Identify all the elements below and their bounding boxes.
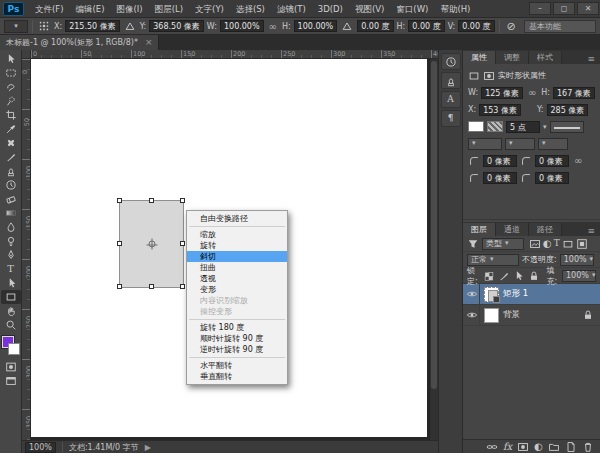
x-input[interactable]: 215.50 像素 — [65, 20, 120, 32]
panel-menu-button[interactable]: ≡ — [582, 54, 600, 64]
filter-type-icon[interactable] — [467, 238, 479, 250]
close-button[interactable]: ✕ — [577, 2, 599, 15]
character-panel-button[interactable]: A — [441, 91, 461, 108]
transform-reference-point[interactable] — [146, 239, 157, 250]
fill-input[interactable]: 100%▾ — [562, 270, 596, 282]
stroke-corner-select[interactable]: ▾ — [538, 138, 568, 150]
lasso-tool[interactable] — [1, 80, 21, 94]
menu-6[interactable]: 选择(S) — [230, 0, 271, 18]
shape-y-input[interactable]: 285 像素 — [547, 104, 589, 116]
tool-preset-picker[interactable]: ▾ — [4, 20, 28, 33]
lock-pixels-button[interactable] — [498, 270, 510, 282]
corner-radius-input-2[interactable]: 0 像素 — [535, 155, 569, 167]
eraser-tool[interactable] — [1, 192, 21, 206]
layer-row[interactable]: 矩形 1 — [463, 284, 600, 305]
blur-tool[interactable] — [1, 220, 21, 234]
brush-tool[interactable] — [1, 150, 21, 164]
stroke-cap-select[interactable]: ▾ — [505, 138, 535, 150]
screen-mode-button[interactable] — [1, 374, 21, 388]
h-skew-input[interactable]: 0.00 度 — [408, 20, 444, 32]
pen-tool[interactable] — [1, 248, 21, 262]
new-group-button[interactable] — [548, 441, 560, 453]
transform-bounding-box[interactable] — [119, 200, 184, 288]
workspace-switcher[interactable]: 基本功能 — [524, 20, 596, 33]
crop-tool[interactable] — [1, 108, 21, 122]
history-brush-tool[interactable] — [1, 178, 21, 192]
context-menu-item-14[interactable]: 逆时针旋转 90 度 — [187, 344, 287, 355]
context-menu-item-8[interactable]: 变形 — [187, 284, 287, 295]
transform-handle-3[interactable] — [180, 198, 185, 203]
menu-11[interactable]: 帮助(H) — [434, 0, 476, 18]
add-mask-button[interactable] — [517, 441, 529, 453]
menu-8[interactable]: 3D(D) — [312, 0, 349, 18]
transform-handle-6[interactable] — [117, 284, 122, 289]
menu-2[interactable]: 编辑(E) — [70, 0, 111, 18]
reference-point-locator-icon[interactable] — [37, 19, 51, 33]
history-panel-button[interactable] — [441, 53, 461, 70]
context-menu-item-7[interactable]: 透视 — [187, 273, 287, 284]
shape-width-input[interactable]: 125 像素 — [481, 87, 523, 99]
menu-10[interactable]: 窗口(W) — [390, 0, 434, 18]
stroke-type-picker[interactable] — [550, 121, 584, 133]
lock-all-button[interactable] — [528, 270, 540, 282]
hand-tool[interactable] — [1, 304, 21, 318]
shape-height-input[interactable]: 167 像素 — [553, 87, 595, 99]
context-menu-item-5[interactable]: 斜切 — [187, 251, 287, 262]
transform-handle-7[interactable] — [149, 284, 154, 289]
spot-heal-tool[interactable] — [1, 136, 21, 150]
context-menu-item-1[interactable]: 自由变换路径 — [187, 213, 287, 224]
link-dimensions-icon[interactable]: ∞ — [267, 21, 279, 32]
corner-radius-input-3[interactable]: 0 像素 — [483, 172, 517, 184]
zoom-tool[interactable] — [1, 318, 21, 332]
smart-filter-button[interactable] — [576, 238, 588, 250]
adjustment-layer-button[interactable]: ◐ — [534, 442, 543, 452]
path-select-tool[interactable] — [1, 276, 21, 290]
transform-handle-4[interactable] — [117, 241, 122, 246]
transform-handle-2[interactable] — [149, 198, 154, 203]
angle-input[interactable]: 0.00 度 — [357, 20, 393, 32]
transform-handle-5[interactable] — [180, 241, 185, 246]
clone-source-panel-button[interactable] — [441, 72, 461, 89]
context-menu-item-17[interactable]: 垂直翻转 — [187, 371, 287, 382]
link-layers-button[interactable] — [486, 441, 498, 453]
panel-menu-button[interactable]: ≡ — [582, 226, 600, 236]
fill-color-swatch[interactable] — [468, 121, 484, 132]
rect-marquee-tool[interactable] — [1, 66, 21, 80]
tab-properties-1[interactable]: 属性 — [463, 51, 496, 64]
context-menu-item-6[interactable]: 扭曲 — [187, 262, 287, 273]
menu-4[interactable]: 图层(L) — [149, 0, 189, 18]
shape-x-input[interactable]: 153 像素 — [479, 104, 521, 116]
close-tab-icon[interactable]: × — [145, 35, 153, 50]
mask-properties-icon[interactable] — [483, 70, 495, 82]
context-menu-item-3[interactable]: 缩放 — [187, 229, 287, 240]
visibility-toggle[interactable] — [465, 284, 480, 304]
document-tab[interactable]: 未标题-1 @ 100%(矩形 1, RGB/8)* × — [0, 35, 159, 50]
img-filter-button[interactable] — [529, 238, 541, 250]
menu-1[interactable]: 文件(F) — [29, 0, 70, 18]
corner-radius-input-1[interactable]: 0 像素 — [483, 155, 517, 167]
y-input[interactable]: 368.50 像素 — [149, 20, 204, 32]
context-menu-item-13[interactable]: 顺时针旋转 90 度 — [187, 333, 287, 344]
zoom-level-input[interactable]: 100% — [25, 442, 56, 453]
stroke-width-input[interactable]: 5 点 — [506, 121, 540, 133]
background-color-swatch[interactable] — [8, 343, 20, 355]
lock-position-button[interactable] — [513, 270, 525, 282]
v-skew-input[interactable]: 0.00 度 — [458, 20, 494, 32]
minimize-button[interactable]: – — [529, 2, 551, 15]
menu-9[interactable]: 视图(V) — [349, 0, 390, 18]
status-arrow-icon[interactable]: ▶ — [145, 443, 151, 452]
eyedropper-tool[interactable] — [1, 122, 21, 136]
type-tool[interactable]: T — [1, 262, 21, 276]
dodge-tool[interactable] — [1, 234, 21, 248]
link-radius-icon[interactable]: ∞ — [572, 155, 584, 166]
tab-layers-1[interactable]: 图层 — [463, 223, 496, 236]
transform-handle-8[interactable] — [180, 284, 185, 289]
tab-layers-2[interactable]: 通道 — [496, 223, 529, 236]
lock-transparency-button[interactable] — [483, 270, 495, 282]
relative-position-toggle-icon[interactable] — [123, 19, 137, 33]
visibility-toggle[interactable] — [465, 305, 480, 325]
tab-properties-2[interactable]: 调整 — [496, 51, 529, 64]
context-menu-item-16[interactable]: 水平翻转 — [187, 360, 287, 371]
shape-filter-button[interactable] — [562, 238, 574, 250]
layer-thumbnail[interactable] — [484, 287, 499, 302]
